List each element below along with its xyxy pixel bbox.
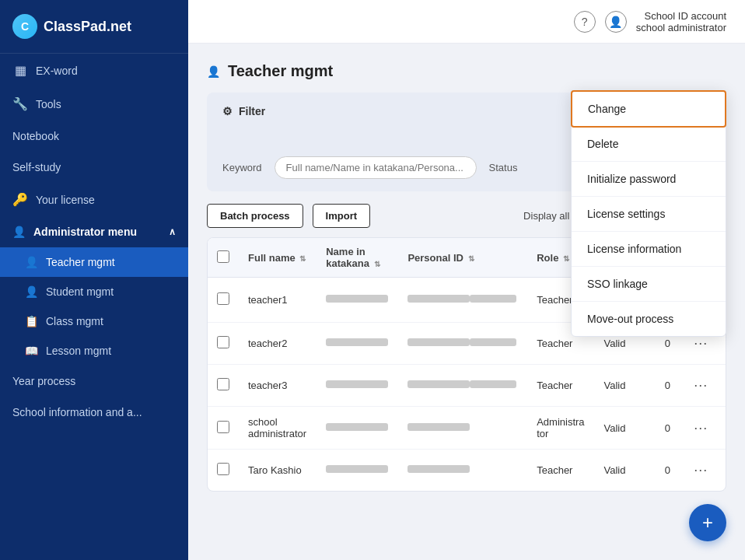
main-content: ? 👤 School ID account school administrat… [188,0,745,560]
user-role-label: school administrator [636,22,726,33]
context-menu-item-label: SSO linkage [587,278,648,290]
key-icon: 🔑 [12,192,28,207]
filter-icon: ⚙ [222,105,233,117]
table-row: teacher3 Teacher Valid 0 ··· [208,365,726,407]
status-label: Status [489,162,518,173]
context-menu-item-change[interactable]: Change [571,90,726,128]
col-personal-id: Personal ID ⇅ [398,238,527,278]
logo-icon: C [12,14,37,39]
import-button[interactable]: Import [313,204,370,228]
row-full-name: teacher1 [239,278,317,323]
row-status: Valid [595,365,656,407]
sidebar-item-tools[interactable]: 🔧 Tools [0,87,188,121]
sidebar-item-school-info[interactable]: School information and a... [0,397,188,428]
row-personal-id [398,407,527,450]
sidebar-item-label: Teacher mgmt [46,256,115,268]
row-count: 0 [656,365,680,407]
row-role: Teacher [527,365,594,407]
context-menu-item-sso-linkage[interactable]: SSO linkage [572,267,726,302]
context-menu-item-label: Move-out process [587,313,673,325]
row-status: Valid [595,450,656,492]
context-menu-item-label: Change [588,103,626,115]
user-info: School ID account school administrator [636,10,726,33]
user-account-label: School ID account [636,10,726,22]
sidebar-top-section: ▦ EX-word 🔧 Tools [0,54,188,121]
sidebar-item-label: Your license [36,194,95,206]
row-personal-id [398,450,527,492]
row-count: 0 [656,407,680,450]
row-katakana [317,323,398,365]
row-personal-id [398,323,527,365]
row-count: 0 [656,450,680,492]
sidebar-item-label: Class mgmt [46,315,103,327]
topbar-user: ? 👤 School ID account school administrat… [574,10,726,33]
class-icon: 📋 [25,315,38,327]
sidebar-item-class-mgmt[interactable]: 📋 Class mgmt [0,306,188,336]
row-checkbox-cell [208,278,239,323]
row-actions-button[interactable]: ··· [689,459,712,481]
chevron-up-icon: ∧ [169,226,176,237]
sidebar-group-admin[interactable]: 👤 Administrator menu ∧ [0,216,188,247]
tools-icon: 🔧 [12,96,28,111]
admin-group-icon: 👤 [12,226,26,238]
topbar: ? 👤 School ID account school administrat… [188,0,745,44]
row-actions-cell: ··· [680,407,726,450]
lesson-icon: 📖 [25,345,38,357]
context-menu-item-move-out[interactable]: Move-out process [572,302,726,336]
sidebar-item-label: Notebook [12,130,59,142]
sidebar-item-self-study[interactable]: Self-study [0,152,188,183]
sidebar-item-label: Lesson mgmt [46,345,111,357]
row-checkbox-cell [208,365,239,407]
context-menu-item-license-settings[interactable]: License settings [572,197,726,232]
context-menu-item-label: Initialize password [587,173,676,185]
select-all-checkbox[interactable] [217,250,229,263]
table-row: schooladministrator Administrator Valid … [208,407,726,450]
row-checkbox[interactable] [217,463,229,475]
admin-group-label: Administrator menu [33,226,137,238]
fab-add-button[interactable]: + [689,504,726,541]
ex-word-icon: ▦ [12,63,28,78]
row-actions-cell: ··· [680,450,726,492]
context-menu-item-license-info[interactable]: License information [572,232,726,267]
page-title-icon: 👤 [207,65,220,78]
user-avatar-icon: 👤 [605,11,627,33]
table-row: Taro Kashio Teacher Valid 0 ··· [208,450,726,492]
row-personal-id [398,365,527,407]
row-actions-cell: ··· [680,365,726,407]
row-actions-button[interactable]: ··· [689,417,712,439]
row-actions-button[interactable]: ··· [689,374,712,397]
col-checkbox [208,238,239,278]
col-katakana: Name inkatakana ⇅ [317,238,398,278]
row-checkbox[interactable] [217,292,229,305]
row-checkbox[interactable] [217,378,229,390]
sidebar-item-label: Student mgmt [46,285,114,298]
sidebar-item-label: Self-study [12,161,61,173]
sidebar-item-notebook[interactable]: Notebook [0,121,188,152]
context-menu-item-label: License information [587,243,681,255]
content-area: 👤 Teacher mgmt ⚙ Filter Individual admin… [188,44,745,560]
teacher-icon: 👤 [25,256,38,268]
sidebar-item-your-license[interactable]: 🔑 Your license [0,183,188,216]
context-menu: Change Delete Initialize password Licens… [571,90,726,337]
row-full-name: teacher3 [239,365,317,407]
row-katakana [317,365,398,407]
sidebar: C ClassPad.net ▦ EX-word 🔧 Tools Noteboo… [0,0,188,560]
context-menu-item-delete[interactable]: Delete [572,127,726,162]
context-menu-item-init-password[interactable]: Initialize password [572,162,726,197]
sidebar-item-ex-word[interactable]: ▦ EX-word [0,54,188,87]
row-checkbox[interactable] [217,336,229,348]
sidebar-item-lesson-mgmt[interactable]: 📖 Lesson mgmt [0,336,188,366]
sidebar-logo[interactable]: C ClassPad.net [0,0,188,54]
sidebar-item-student-mgmt[interactable]: 👤 Student mgmt [0,277,188,306]
sidebar-item-year-process[interactable]: Year process [0,366,188,397]
keyword-input[interactable] [275,156,477,179]
filter-label: Filter [239,105,265,117]
batch-process-button[interactable]: Batch process [207,204,303,228]
sidebar-item-teacher-mgmt[interactable]: 👤 Teacher mgmt [0,247,188,277]
sidebar-item-label: EX-word [36,65,78,77]
row-katakana [317,278,398,323]
row-role: Administrator [527,407,594,450]
row-checkbox[interactable] [217,421,229,433]
row-personal-id [398,278,527,323]
help-button[interactable]: ? [574,11,596,33]
